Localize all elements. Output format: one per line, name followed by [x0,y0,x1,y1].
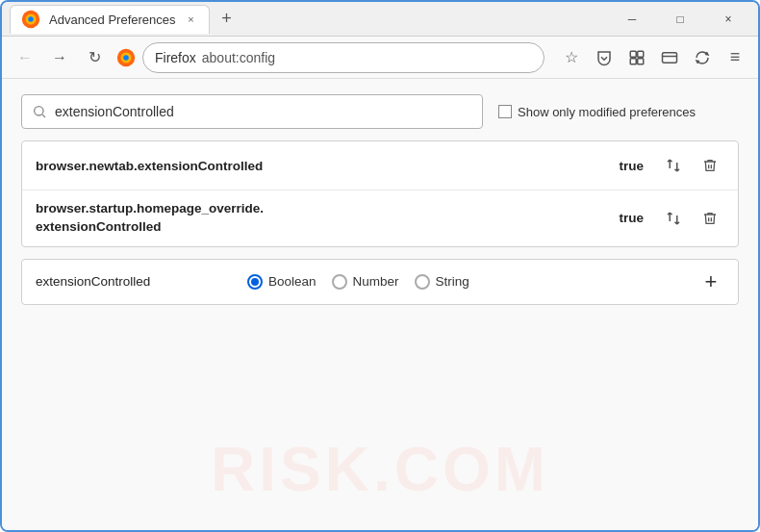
firefox-browser-icon [115,47,137,68]
result-name-2: browser.startup.homepage_override. exten… [36,200,619,237]
boolean-radio[interactable] [247,274,263,290]
maximize-button[interactable]: □ [658,5,702,34]
number-label: Number [353,274,399,289]
svg-rect-9 [638,58,644,63]
result-value-2: true [619,211,644,225]
url-display: about:config [202,50,275,65]
minimize-button[interactable]: ─ [610,5,654,34]
swap-button-1[interactable] [659,151,688,180]
menu-icon[interactable]: ≡ [720,42,750,73]
forward-button[interactable]: → [44,42,75,73]
result-name-1: browser.newtab.extensionControlled [36,159,619,173]
extension-icon[interactable] [621,42,652,73]
reload-button[interactable]: ↻ [79,42,110,73]
type-radio-group: Boolean Number String [247,274,678,290]
svg-rect-6 [630,51,636,57]
title-bar: Advanced Preferences × + ─ □ × [2,2,758,37]
search-row: Show only modified preferences [21,94,739,129]
svg-point-2 [28,16,34,22]
bookmark-icon[interactable]: ☆ [556,42,587,73]
svg-rect-10 [663,52,677,63]
modified-checkbox-area[interactable]: Show only modified preferences [498,105,696,119]
close-button[interactable]: × [706,5,750,34]
browser-name-label: Firefox [155,50,196,65]
content-area: RISK.COM Show only modified preferences … [2,79,758,532]
result-value-1: true [619,159,644,173]
number-radio[interactable] [332,274,347,290]
number-option[interactable]: Number [332,274,399,290]
back-button[interactable]: ← [10,42,40,73]
toolbar-icons: ☆ [556,42,750,73]
search-box[interactable] [21,94,483,129]
add-row-name: extensionControlled [36,274,228,289]
svg-point-5 [123,55,129,61]
watermark: RISK.COM [211,434,549,505]
result-row: browser.startup.homepage_override. exten… [22,190,738,246]
delete-button-2[interactable] [696,204,724,233]
svg-point-11 [35,107,43,115]
boolean-option[interactable]: Boolean [247,274,317,290]
swap-button-2[interactable] [659,204,688,233]
tab-close-button[interactable]: × [184,12,199,27]
add-new-row: extensionControlled Boolean Number Strin… [21,259,739,305]
active-tab[interactable]: Advanced Preferences × [10,5,210,34]
nav-bar: ← → ↻ Firefox about:config ☆ [2,37,758,79]
row-2-actions [659,204,724,233]
search-icon [32,104,47,119]
profile-icon[interactable] [654,42,685,73]
tab-title: Advanced Preferences [49,13,176,27]
string-label: String [436,274,469,289]
sync-icon[interactable] [687,42,718,73]
window-controls: ─ □ × [610,5,750,34]
boolean-label: Boolean [268,274,317,289]
modified-label: Show only modified preferences [518,105,696,119]
new-tab-button[interactable]: + [214,6,241,33]
results-table: browser.newtab.extensionControlled true [21,140,739,247]
pocket-icon[interactable] [589,42,620,73]
svg-rect-7 [638,51,644,57]
modified-checkbox[interactable] [498,105,512,118]
firefox-tab-icon [20,9,41,30]
string-option[interactable]: String [415,274,469,290]
address-bar[interactable]: Firefox about:config [142,42,545,73]
result-row: browser.newtab.extensionControlled true [22,141,738,190]
search-input[interactable] [55,104,472,119]
tab-area: Advanced Preferences × + [10,5,610,34]
add-button[interactable]: + [697,268,724,295]
row-1-actions [659,151,724,180]
string-radio[interactable] [415,274,430,290]
delete-button-1[interactable] [696,151,724,180]
svg-rect-8 [630,58,636,63]
